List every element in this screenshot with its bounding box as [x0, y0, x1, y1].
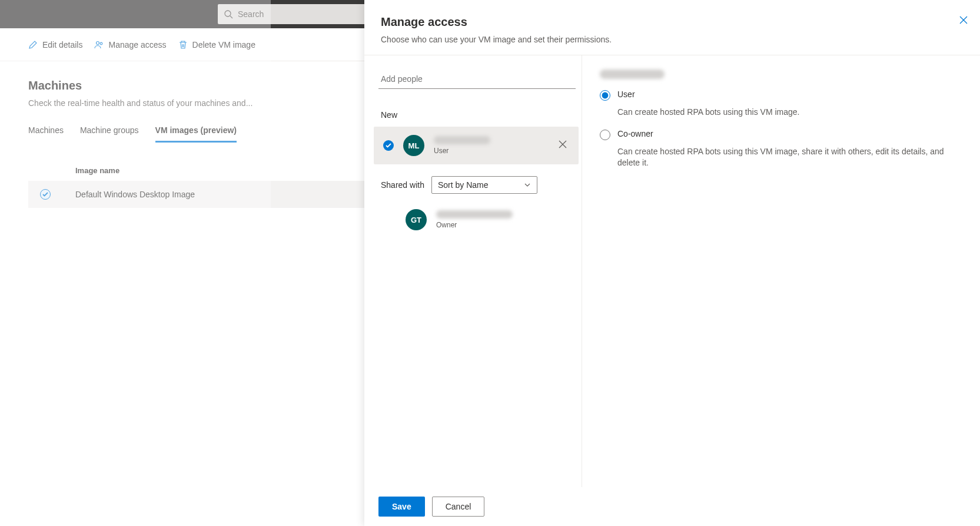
sort-select[interactable]: Sort by Name	[431, 176, 537, 194]
tab-machine-groups[interactable]: Machine groups	[80, 125, 139, 143]
avatar: GT	[406, 209, 427, 230]
person-name-redacted	[434, 136, 490, 144]
new-person-row[interactable]: ML User	[374, 127, 579, 164]
svg-point-2	[97, 41, 99, 44]
panel-left-column: New ML User Shared with Sort by Name	[364, 55, 582, 487]
shared-with-row: Shared with Sort by Name	[381, 176, 582, 194]
save-button[interactable]: Save	[378, 497, 425, 517]
permission-option-coowner[interactable]: Co-owner	[600, 129, 962, 140]
radio-coowner[interactable]	[600, 130, 610, 140]
row-check-icon[interactable]	[40, 189, 51, 200]
row-image-name: Default Windows Desktop Image	[75, 190, 195, 199]
radio-user[interactable]	[600, 90, 610, 101]
permission-user-description: Can create hosted RPA bots using this VM…	[617, 107, 962, 118]
tab-vm-images[interactable]: VM images (preview)	[155, 125, 237, 143]
edit-details-button[interactable]: Edit details	[28, 40, 82, 49]
remove-person-button[interactable]	[556, 138, 569, 153]
panel-header: Manage access Choose who can use your VM…	[364, 0, 980, 55]
permission-option-user[interactable]: User	[600, 90, 962, 101]
shared-with-label: Shared with	[381, 180, 424, 190]
panel-title: Manage access	[381, 15, 964, 29]
x-icon	[559, 140, 567, 148]
chevron-down-icon	[524, 181, 531, 188]
search-icon	[224, 9, 233, 19]
selected-person-name-redacted	[600, 70, 665, 79]
person-role: Owner	[436, 221, 569, 229]
selected-person-heading	[600, 70, 962, 79]
svg-point-3	[101, 42, 103, 45]
permission-coowner-label: Co-owner	[617, 129, 653, 138]
people-icon	[94, 40, 104, 49]
pencil-icon	[28, 40, 38, 49]
section-new-label: New	[381, 110, 582, 120]
delete-vm-image-label: Delete VM image	[192, 40, 255, 49]
search-placeholder: Search	[238, 9, 264, 19]
avatar: ML	[403, 135, 424, 156]
selected-check-icon	[383, 140, 394, 151]
svg-line-1	[230, 16, 232, 18]
sort-select-value: Sort by Name	[438, 180, 489, 190]
panel-footer: Save Cancel	[364, 487, 980, 526]
person-info: Owner	[436, 210, 569, 229]
close-icon	[959, 15, 968, 25]
cancel-button[interactable]: Cancel	[432, 497, 485, 517]
permission-coowner-description: Can create hosted RPA bots using this VM…	[617, 146, 962, 169]
panel-subtitle: Choose who can use your VM image and set…	[381, 35, 964, 44]
manage-access-panel: Manage access Choose who can use your VM…	[364, 0, 980, 526]
person-info: User	[434, 136, 547, 155]
shared-person-row[interactable]: GT Owner	[374, 201, 579, 239]
person-name-redacted	[436, 210, 513, 219]
close-button[interactable]	[959, 15, 968, 27]
manage-access-label: Manage access	[108, 40, 166, 49]
panel-body: New ML User Shared with Sort by Name	[364, 55, 980, 487]
tab-machines[interactable]: Machines	[28, 125, 64, 143]
col-image-name: Image name	[75, 166, 119, 175]
delete-vm-image-button[interactable]: Delete VM image	[178, 40, 255, 49]
trash-icon	[178, 40, 188, 49]
permission-user-label: User	[617, 90, 635, 99]
person-role: User	[434, 147, 547, 155]
svg-point-0	[225, 11, 231, 16]
edit-details-label: Edit details	[42, 40, 82, 49]
manage-access-button[interactable]: Manage access	[94, 40, 166, 49]
panel-right-column: User Can create hosted RPA bots using th…	[582, 55, 980, 487]
add-people-input[interactable]	[378, 70, 576, 89]
